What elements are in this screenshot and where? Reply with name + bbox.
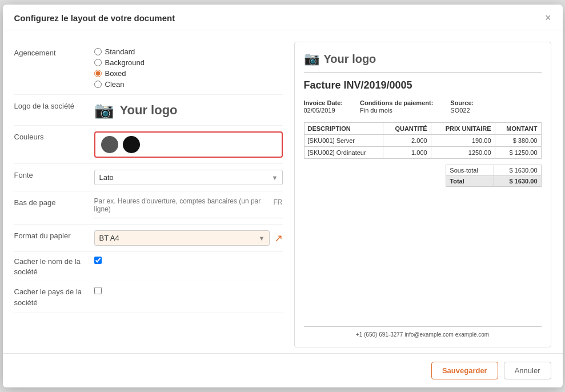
bas-de-page-control: FR — [94, 197, 283, 218]
preview-camera-icon: 📷 — [304, 51, 319, 66]
sous-total-desc: Sous-total — [446, 165, 494, 176]
cacher-nom-label: Cacher le nom de la société — [14, 257, 94, 277]
colors-container — [94, 131, 283, 158]
logo-row: Logo de la société 📷 Your logo — [14, 95, 283, 126]
modal-header: Configurez le layout de votre document × — [3, 5, 563, 30]
cacher-nom-checkbox[interactable] — [94, 257, 102, 264]
logo-preview-text: Your logo — [120, 103, 178, 118]
logo-label: Logo de la société — [14, 101, 94, 110]
row2-unit: 1250.00 — [431, 147, 495, 159]
preview-source-value: SO022 — [450, 107, 470, 114]
preview-conditions-label: Conditions de paiement: — [360, 99, 433, 106]
preview-table: DESCRIPTION QUANTITÉ PRIX UNITAIRE MONTA… — [304, 122, 542, 159]
radio-boxed-label: Boxed — [105, 69, 126, 78]
cacher-nom-row: Cacher le nom de la société — [14, 252, 283, 282]
modal-title: Configurez le layout de votre document — [14, 13, 175, 23]
radio-clean[interactable]: Clean — [94, 80, 283, 89]
fonte-label: Fonte — [14, 170, 94, 179]
total-desc: Total — [446, 176, 494, 187]
col-montant: MONTANT — [495, 123, 541, 135]
fonte-select-wrapper: Lato Roboto Open Sans ▼ — [94, 170, 283, 185]
fonte-control: Lato Roboto Open Sans ▼ — [94, 170, 283, 185]
preview-panel: 📷 Your logo Facture INV/2019/0005 Invoic… — [294, 42, 551, 347]
cacher-pays-checkbox[interactable] — [94, 287, 102, 294]
paper-select-wrapper: BT A4 A4 Letter ▼ — [94, 230, 270, 246]
logo-preview-area: 📷 Your logo — [94, 101, 283, 119]
row1-unit: 190.00 — [431, 135, 495, 147]
modal-footer: Sauvegarder Annuler — [3, 353, 563, 387]
color-swatch-2[interactable] — [123, 136, 140, 153]
logo-preview: 📷 Your logo — [94, 101, 283, 119]
save-button[interactable]: Sauvegarder — [431, 362, 498, 379]
table-row: [SKU002] Ordinateur 1.000 1250.00 $ 1250… — [304, 147, 541, 159]
preview-meta-date: Invoice Date: 02/05/2019 — [304, 99, 343, 114]
bas-de-page-input[interactable] — [94, 197, 269, 218]
sous-total-row: Sous-total $ 1630.00 — [304, 165, 542, 176]
preview-source-label: Source: — [450, 99, 474, 106]
preview-meta-conditions: Conditions de paiement: Fin du mois — [360, 99, 433, 114]
fr-badge: FR — [274, 198, 283, 206]
preview-meta-source: Source: SO022 — [450, 99, 474, 114]
external-link-icon[interactable]: ↗ — [274, 232, 283, 245]
left-panel: Agencement Standard Background Boxed — [14, 42, 283, 347]
preview-date-value: 02/05/2019 — [304, 107, 335, 114]
table-row: [SKU001] Server 2.000 190.00 $ 380.00 — [304, 135, 541, 147]
row1-amount: $ 380.00 — [495, 135, 541, 147]
cancel-button[interactable]: Annuler — [504, 362, 551, 379]
camera-icon: 📷 — [94, 101, 114, 119]
modal-body: Agencement Standard Background Boxed — [3, 30, 563, 347]
preview-footer-text: +1 (650) 691-3277 info@example.com examp… — [356, 331, 489, 338]
radio-clean-label: Clean — [105, 80, 125, 89]
fonte-select[interactable]: Lato Roboto Open Sans — [94, 170, 283, 185]
couleurs-label: Couleurs — [14, 131, 94, 141]
format-papier-select[interactable]: BT A4 A4 Letter — [94, 230, 270, 246]
radio-background[interactable]: Background — [94, 58, 283, 67]
fonte-row: Fonte Lato Roboto Open Sans ▼ — [14, 164, 283, 191]
color-swatch-1[interactable] — [101, 136, 118, 153]
agencement-options: Standard Background Boxed Clean — [94, 47, 283, 89]
preview-footer: +1 (650) 691-3277 info@example.com examp… — [304, 326, 542, 338]
agencement-label: Agencement — [14, 47, 94, 57]
radio-standard-label: Standard — [105, 47, 135, 56]
col-prix: PRIX UNITAIRE — [431, 123, 495, 135]
row2-amount: $ 1250.00 — [495, 147, 541, 159]
paper-row: BT A4 A4 Letter ▼ ↗ — [94, 230, 283, 246]
row2-qty: 1.000 — [383, 147, 431, 159]
col-description: DESCRIPTION — [304, 123, 383, 135]
bas-de-page-label: Bas de page — [14, 197, 94, 207]
total-empty — [304, 176, 446, 187]
agencement-row: Agencement Standard Background Boxed — [14, 42, 283, 95]
total-row: Total $ 1630.00 — [304, 176, 542, 187]
radio-background-label: Background — [105, 58, 145, 67]
preview-meta: Invoice Date: 02/05/2019 Conditions de p… — [304, 99, 542, 114]
radio-boxed[interactable]: Boxed — [94, 69, 283, 78]
totals-table: Sous-total $ 1630.00 Total $ 1630.00 — [304, 165, 542, 187]
row2-desc: [SKU002] Ordinateur — [304, 147, 383, 159]
radio-standard[interactable]: Standard — [94, 47, 283, 56]
total-value: $ 1630.00 — [494, 176, 541, 187]
preview-conditions-value: Fin du mois — [360, 107, 392, 114]
col-quantite: QUANTITÉ — [383, 123, 431, 135]
couleurs-control — [94, 131, 283, 158]
row1-qty: 2.000 — [383, 135, 431, 147]
preview-logo-text: Your logo — [324, 53, 376, 66]
close-button[interactable]: × — [545, 13, 551, 23]
format-papier-control: BT A4 A4 Letter ▼ ↗ — [94, 230, 283, 246]
footer-input-wrapper: FR — [94, 197, 283, 218]
couleurs-row: Couleurs — [14, 126, 283, 164]
cacher-pays-row: Cacher le pays de la société — [14, 282, 283, 313]
format-papier-label: Format du papier — [14, 230, 94, 240]
sous-total-label — [304, 165, 446, 176]
bas-de-page-row: Bas de page FR — [14, 191, 283, 225]
cacher-nom-control — [94, 257, 102, 266]
format-papier-row: Format du papier BT A4 A4 Letter ▼ ↗ — [14, 225, 283, 252]
cacher-pays-control — [94, 287, 102, 296]
preview-invoice-title: Facture INV/2019/0005 — [304, 79, 542, 91]
preview-date-label: Invoice Date: — [304, 99, 343, 106]
modal: Configurez le layout de votre document ×… — [3, 5, 563, 387]
row1-desc: [SKU001] Server — [304, 135, 383, 147]
preview-logo: 📷 Your logo — [304, 51, 542, 73]
cacher-pays-label: Cacher le pays de la société — [14, 287, 94, 307]
sous-total-value: $ 1630.00 — [494, 165, 541, 176]
